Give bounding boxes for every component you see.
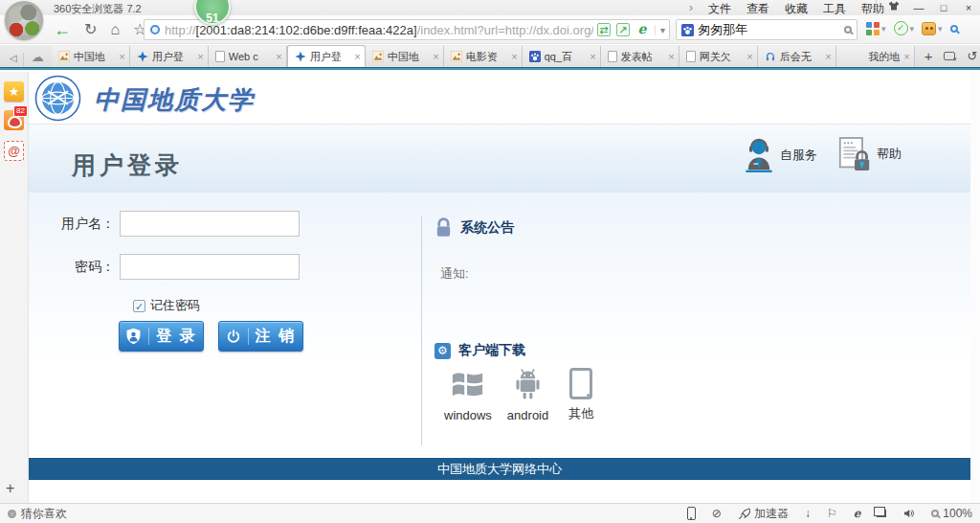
security-shield-button[interactable]: ✓ ▾ [892,19,917,37]
tab-7[interactable]: qq_百 × [523,46,601,67]
app-grid-button[interactable]: ▾ [864,20,888,37]
guess-label: 猜你喜欢 [21,506,67,522]
download-other[interactable]: 其他 [564,368,598,422]
remember-label: 记住密码 [150,297,200,314]
tab-10[interactable]: 后会无 × [758,46,836,67]
compass-favicon-icon [137,51,148,62]
username-input[interactable] [120,211,300,237]
guess-you-like[interactable]: 猜你喜欢 [8,506,67,522]
snapshot-button[interactable]: ▾ [920,20,945,37]
maximize-button[interactable]: □ [936,0,951,15]
announcement-header: 系统公告 [434,217,514,239]
tab-close-icon[interactable]: × [276,51,281,62]
tab-close-icon[interactable]: × [197,51,203,62]
user-avatar[interactable] [5,1,43,39]
tablet-icon [569,368,592,399]
tab-1[interactable]: 中国地 × [52,46,130,67]
tab-8[interactable]: 发表帖 × [601,46,679,67]
tab-close-icon[interactable]: × [511,51,517,62]
remember-password-option[interactable]: ✓ 记住密码 [133,297,200,314]
search-input[interactable] [698,23,840,37]
refresh-icon[interactable]: ↻ [84,22,97,37]
zoom-control[interactable]: 100% [931,508,972,519]
page-find-button[interactable] [948,23,960,34]
tab-11[interactable]: 我的地 × [836,46,915,67]
mobile-phone-icon[interactable] [687,507,696,520]
tab-close-icon[interactable]: × [433,51,438,62]
download-header: ⚙ 客户端下载 [434,342,525,359]
tab-2[interactable]: 用户登 × [130,46,209,67]
skin-theme-icon[interactable] [886,0,902,15]
announcement-title: 系统公告 [460,219,514,237]
self-service-link[interactable]: 自服务 [744,136,817,174]
logout-button[interactable]: 注 销 [218,321,303,352]
share-icon[interactable]: ↗ [616,23,630,36]
cloud-sync-icon[interactable]: ☁ [24,50,52,67]
back-icon[interactable]: ← [54,21,71,38]
search-magnifier-icon[interactable] [844,26,852,34]
tab-list-icon[interactable] [944,52,955,60]
page-header-band: 用户登录 自服务 [29,125,970,193]
favorites-sidebar-icon[interactable]: ★ [4,81,24,102]
search-box[interactable] [676,19,858,40]
window-titlebar: 360安全浏览器 7.2 › 文件 查看 收藏 工具 帮助 — □ × [0,0,980,15]
help-link[interactable]: 帮助 [838,136,902,172]
tab-close-icon[interactable]: × [746,51,752,62]
tab-4-active[interactable]: 用户登 × [287,45,366,67]
chevron-down-icon[interactable]: ▾ [910,24,915,34]
download-android[interactable]: android [507,367,548,422]
tab-6[interactable]: 电影资 × [444,46,523,67]
tab-close-icon[interactable]: × [903,51,909,62]
tab-close-icon[interactable]: × [119,51,124,62]
tab-label: 用户登 [310,50,351,64]
download-title: 客户端下载 [458,342,525,359]
reopen-closed-tab-icon[interactable]: ↺ [967,50,977,62]
weibo-sidebar-icon[interactable]: 82 [4,110,24,130]
headset-favicon-icon [765,51,776,62]
weibo-badge: 82 [13,105,28,117]
minimize-button[interactable]: — [911,0,926,15]
tabbar-divider [0,67,980,70]
mention-sidebar-icon[interactable]: @ [4,141,24,161]
report-flag-icon[interactable]: ⚐ [827,508,837,519]
tab-scroll-left-icon[interactable]: ◁ [0,53,24,67]
close-button[interactable]: × [961,0,976,15]
column-divider [421,216,422,445]
site-header: 中国地质大学 [29,72,970,125]
home-icon[interactable]: ⌂ [110,22,120,37]
extension-buttons: ▾ ✓ ▾ ▾ [864,19,960,37]
login-button[interactable]: 登 录 [119,321,204,352]
accelerator-button[interactable]: 加速器 [738,508,789,520]
url-scheme: http:// [165,23,196,37]
password-input[interactable] [120,254,300,280]
page-title: 用户登录 [72,149,183,181]
tab-close-icon[interactable]: × [825,51,831,62]
tab-close-icon[interactable]: × [668,51,674,62]
new-tab-icon[interactable]: + [924,49,933,63]
downloads-icon[interactable]: ↓ [805,508,811,519]
remember-checkbox[interactable]: ✓ [133,300,145,312]
speaker-icon[interactable] [902,508,915,519]
window-layout-icon[interactable] [877,510,886,517]
tab-close-icon[interactable]: × [354,51,360,62]
shield-user-icon [125,328,142,345]
url-dropdown-icon[interactable]: ▾ [655,25,665,35]
sidebar-add-icon[interactable]: + [6,480,14,497]
snapshot-icon [922,22,936,35]
compatibility-mode-icon[interactable]: e [635,23,649,36]
download-windows[interactable]: windows [444,368,492,422]
tab-5[interactable]: 中国地 × [366,46,444,67]
compass-favicon-icon [295,51,306,62]
tab-9[interactable]: 网关欠 × [679,46,758,67]
address-bar[interactable]: http:// [2001:da8:214:102:d6be:d9ff:feaa… [144,19,670,40]
chevron-down-icon[interactable]: ▾ [938,24,943,34]
chevron-down-icon[interactable]: ▾ [881,24,886,34]
proxy-disabled-icon[interactable]: ⊘ [712,508,722,519]
url-path: /index.html?url=http://dx.doi.org/10.103 [417,23,593,37]
ie-mode-icon[interactable]: e [854,508,861,519]
translate-icon[interactable]: ⇄ [597,23,611,36]
tab-close-icon[interactable]: × [590,51,595,62]
password-row: 密码： [29,254,300,280]
tab-3[interactable]: Web c × [209,46,287,67]
tab-label: 网关欠 [700,50,744,64]
